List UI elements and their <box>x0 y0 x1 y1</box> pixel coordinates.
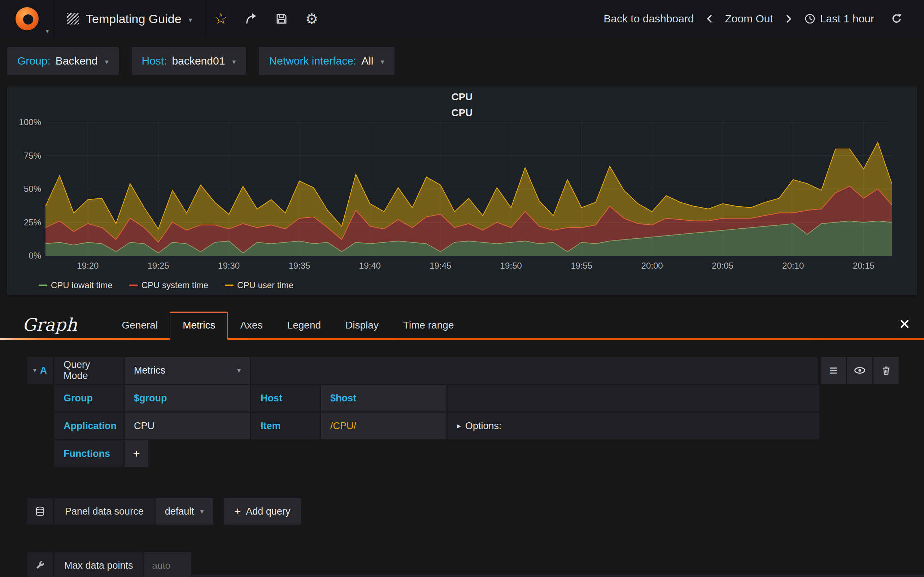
legend-item-user[interactable]: CPU user time <box>225 280 294 290</box>
back-to-dashboard-button[interactable]: Back to dashboard <box>598 13 699 25</box>
editor-tabs: General Metrics Axes Legend Display Time… <box>110 311 466 340</box>
star-icon: ☆ <box>214 11 228 26</box>
svg-text:75%: 75% <box>24 151 41 161</box>
item-value: /CPU/ <box>330 421 356 432</box>
grafana-logo-icon <box>16 7 39 30</box>
editor-tabs-header: Graph General Metrics Axes Legend Displa… <box>0 302 924 340</box>
host-input[interactable]: $host <box>321 385 446 411</box>
template-var-value: All <box>361 55 373 67</box>
time-shift-forward-button[interactable] <box>780 13 797 24</box>
query-editor: ▾ A Query Mode Metrics ▾ ≡ <box>0 340 924 577</box>
database-icon <box>35 506 45 517</box>
query-menu-button[interactable]: ≡ <box>821 357 846 384</box>
tab-legend[interactable]: Legend <box>275 312 333 340</box>
max-data-points-input[interactable]: auto <box>144 552 191 577</box>
caret-down-icon: ▾ <box>46 28 49 35</box>
legend-swatch <box>39 285 47 286</box>
query-row-filler <box>251 357 818 384</box>
application-input[interactable]: CPU <box>124 413 250 439</box>
group-input[interactable]: $group <box>124 385 250 411</box>
share-icon <box>245 12 258 25</box>
trash-icon <box>881 365 892 376</box>
dashboard-title-menu[interactable]: Templating Guide ▾ <box>54 0 206 37</box>
eye-icon <box>854 364 866 377</box>
application-label: Application <box>54 413 123 439</box>
template-variables-bar: Group: Backend ▾ Host: backend01 ▾ Netwo… <box>0 37 924 84</box>
cpu-graph[interactable]: 19:2019:2519:3019:3519:4019:4519:5019:55… <box>8 119 917 278</box>
query-mode-select[interactable]: Metrics ▾ <box>124 357 250 384</box>
plus-icon: + <box>234 505 241 517</box>
template-var-label: Network interface: <box>269 55 356 67</box>
query-row-group-host: Group $group Host $host <box>54 385 819 411</box>
navbar-spacer <box>327 0 599 37</box>
tab-display[interactable]: Display <box>333 312 391 340</box>
tab-axes[interactable]: Axes <box>228 312 275 340</box>
svg-text:19:40: 19:40 <box>359 261 381 271</box>
wrench-icon <box>35 560 45 571</box>
share-button[interactable] <box>236 0 267 37</box>
max-data-points-placeholder: auto <box>152 560 171 571</box>
item-label: Item <box>251 413 320 439</box>
template-var-group[interactable]: Group: Backend ▾ <box>7 47 119 75</box>
datasource-select[interactable]: default ▾ <box>155 498 213 525</box>
query-delete-button[interactable] <box>874 357 899 384</box>
star-button[interactable]: ☆ <box>206 0 236 37</box>
template-var-label: Host: <box>142 55 167 67</box>
template-var-host[interactable]: Host: backend01 ▾ <box>132 47 246 75</box>
time-range-picker[interactable]: Last 1 hour <box>799 13 879 25</box>
navbar-right-controls: Back to dashboard Zoom Out Last 1 hour <box>598 0 924 37</box>
query-row-a: ▾ A Query Mode Metrics ▾ ≡ <box>27 357 899 384</box>
caret-right-icon: ▸ <box>457 421 461 430</box>
gear-icon: ⚙ <box>305 11 318 26</box>
add-function-button[interactable]: + <box>124 440 149 467</box>
datasource-icon-cell <box>27 498 53 525</box>
legend-swatch <box>129 285 138 286</box>
template-var-value: Backend <box>56 55 98 67</box>
panel-data-source-label: Panel data source <box>54 498 155 525</box>
legend-label: CPU system time <box>142 280 208 290</box>
grafana-logo-button[interactable]: ▾ <box>0 0 54 37</box>
chart-legend: CPU iowait time CPU system time CPU user… <box>39 279 916 292</box>
close-editor-button[interactable] <box>899 318 909 329</box>
caret-down-icon: ▾ <box>200 507 204 516</box>
menu-icon: ≡ <box>829 364 837 377</box>
add-query-label: Add query <box>246 506 290 517</box>
host-value: $host <box>330 393 356 404</box>
zoom-out-button[interactable]: Zoom Out <box>720 13 778 25</box>
caret-down-icon: ▾ <box>232 57 236 66</box>
tab-time-range[interactable]: Time range <box>391 312 466 340</box>
settings-button[interactable]: ⚙ <box>297 0 327 37</box>
svg-text:19:30: 19:30 <box>218 261 240 271</box>
caret-down-icon: ▾ <box>33 366 36 374</box>
caret-down-icon: ▾ <box>105 57 108 66</box>
dashboard-grid-icon <box>67 13 79 24</box>
time-shift-back-button[interactable] <box>701 13 718 24</box>
tab-metrics[interactable]: Metrics <box>170 311 228 340</box>
options-toggle[interactable]: ▸ Options: <box>447 413 819 439</box>
svg-text:20:15: 20:15 <box>853 261 874 271</box>
svg-text:19:20: 19:20 <box>77 261 99 271</box>
legend-label: CPU iowait time <box>51 280 113 290</box>
clock-icon <box>804 13 816 24</box>
add-query-button[interactable]: + Add query <box>224 498 301 525</box>
chart-title: CPU <box>8 106 916 119</box>
query-toggle-visibility-button[interactable] <box>847 357 872 384</box>
query-collapse-toggle[interactable]: ▾ A <box>27 357 53 384</box>
svg-text:20:10: 20:10 <box>782 261 804 271</box>
legend-item-iowait[interactable]: CPU iowait time <box>39 280 113 290</box>
legend-label: CPU user time <box>237 280 294 290</box>
group-value: $group <box>134 393 167 404</box>
refresh-button[interactable] <box>881 13 912 25</box>
caret-down-icon: ▾ <box>381 57 384 66</box>
save-button[interactable] <box>267 0 297 37</box>
time-range-label: Last 1 hour <box>820 13 874 25</box>
item-input[interactable]: /CPU/ <box>321 413 446 439</box>
template-var-network-interface[interactable]: Network interface: All ▾ <box>259 47 394 75</box>
row-strip <box>192 574 924 577</box>
panel-title[interactable]: CPU <box>8 89 916 105</box>
legend-item-system[interactable]: CPU system time <box>129 280 208 290</box>
svg-text:19:25: 19:25 <box>148 261 169 271</box>
datasource-value: default <box>165 506 194 517</box>
tab-general[interactable]: General <box>110 312 170 340</box>
svg-text:0%: 0% <box>29 251 41 260</box>
